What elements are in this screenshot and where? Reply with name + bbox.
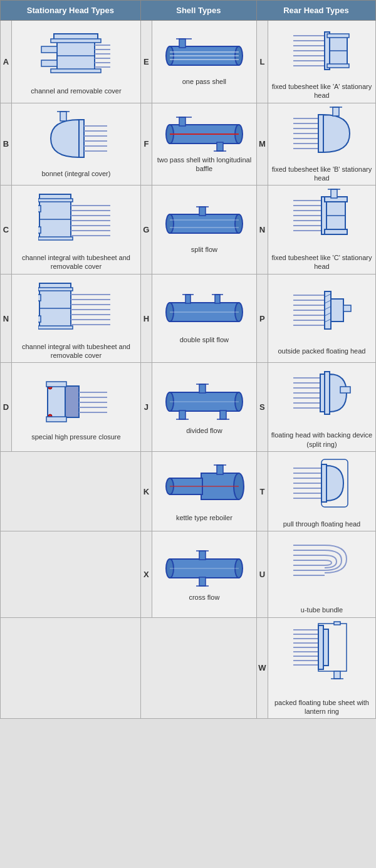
svg-point-75 [166,214,174,233]
cell-rear-T: pull through floating head [268,451,375,531]
cell-empty-W1 [1,617,141,719]
cell-rear-N: fixed tubesheet like 'C' stationary head [268,186,375,275]
svg-rect-4 [41,46,57,53]
caption-K: kettle type reboiler [176,513,232,522]
table-row: N [1,274,376,363]
svg-rect-91 [325,229,347,234]
caption-N2: channel integral with tubesheet and remo… [14,342,138,360]
svg-rect-74 [170,214,239,233]
table-row: W [1,617,376,719]
cell-shell-K: kettle type reboiler [152,451,256,531]
cell-stationary-D: special high pressure closure [12,363,141,452]
svg-rect-108 [38,316,41,322]
caption-C: channel integral with tubesheet and remo… [14,253,138,271]
svg-rect-184 [199,577,206,586]
svg-rect-46 [179,117,185,126]
letter-L: L [256,21,268,103]
cell-empty-K [1,451,141,531]
letter-B: B [1,103,12,186]
header-rear: Rear Head Types [256,1,375,21]
caption-S: floating head with backing device (split… [271,431,373,449]
svg-rect-148 [179,410,185,419]
svg-rect-31 [327,64,349,68]
letter-F: F [140,103,152,186]
svg-rect-114 [215,295,220,303]
svg-rect-92 [331,189,337,198]
caption-A: channel and removable cover [31,86,121,95]
svg-rect-3 [51,69,101,73]
svg-rect-30 [327,34,349,38]
cell-stationary-B: bonnet (integral cover) [12,103,141,186]
table-row: A [1,21,376,103]
svg-rect-167 [217,465,223,474]
svg-rect-107 [38,295,41,301]
letter-H: H [140,274,152,363]
table-row: B [1,103,376,186]
svg-rect-125 [331,299,343,322]
caption-T: pull through floating head [283,520,361,528]
svg-rect-177 [321,464,326,502]
svg-rect-160 [320,374,325,412]
cell-stationary-C: channel integral with tubesheet and remo… [12,186,141,275]
svg-rect-204 [323,629,328,666]
svg-rect-150 [220,410,226,419]
svg-rect-97 [38,288,73,291]
letter-M: M [256,103,268,186]
letter-P: P [256,274,268,363]
letter-D: D [1,363,12,452]
cell-empty-W2 [140,617,256,719]
cell-shell-F: two pass shell with longitudinal baffle [152,103,256,186]
letter-A: A [1,21,12,103]
caption-U: u-tube bundle [301,605,343,614]
caption-M: fixed tubesheet like 'B' stationary head [271,165,373,183]
caption-W: packed floating tube sheet with lantern … [271,698,373,716]
cell-stationary-A: channel and removable cover [12,21,141,103]
header-stationary: Stationary Head Types [1,1,141,21]
svg-rect-33 [79,120,84,157]
svg-rect-206 [334,671,340,679]
letter-W: W [256,617,268,719]
caption-E: one pass shell [182,77,226,86]
svg-rect-136 [46,382,66,387]
letter-N: N [256,186,268,275]
svg-rect-5 [41,60,57,66]
svg-rect-73 [38,227,41,233]
cell-shell-E: one pass shell [152,21,256,103]
letter-C: C [1,186,12,275]
caption-G: split flow [191,245,217,254]
letter-K: K [140,451,152,531]
svg-rect-34 [60,112,66,121]
svg-rect-162 [340,387,350,393]
table-row: K [1,451,376,531]
caption-L: fixed tubesheet like 'A' stationary head [271,82,373,100]
caption-F: two pass shell with longitudinal baffle [155,155,254,174]
letter-X: X [140,531,152,617]
caption-J: divided flow [186,426,222,435]
cell-rear-P: outside packed floating head [268,274,375,363]
svg-rect-182 [199,551,206,560]
svg-rect-112 [185,295,191,303]
caption-P: outside packed floating head [278,347,365,355]
svg-rect-63 [38,237,73,240]
svg-rect-124 [325,291,331,329]
svg-rect-62 [38,199,73,202]
table-row: C [1,186,376,275]
svg-rect-77 [199,207,206,216]
cell-shell-J: divided flow [152,363,256,452]
cell-rear-U: u-tube bundle [268,531,375,617]
letter-J: J [140,363,152,452]
cell-shell-X: cross flow [152,531,256,617]
cell-rear-W: packed floating tube sheet with lantern … [268,617,375,719]
svg-rect-161 [325,372,330,414]
heat-exchanger-table: Stationary Head Types Shell Types Rear H… [0,0,376,719]
cell-rear-S: floating head with backing device (split… [268,363,375,452]
table-row: X cross flo [1,531,376,617]
svg-rect-16 [179,39,185,48]
header-shell: Shell Types [140,1,256,21]
letter-U: U [256,531,268,617]
svg-rect-57 [318,115,323,152]
letter-E: E [140,21,152,103]
svg-point-76 [235,214,243,233]
table-row: D [1,363,376,452]
svg-rect-72 [38,206,41,212]
